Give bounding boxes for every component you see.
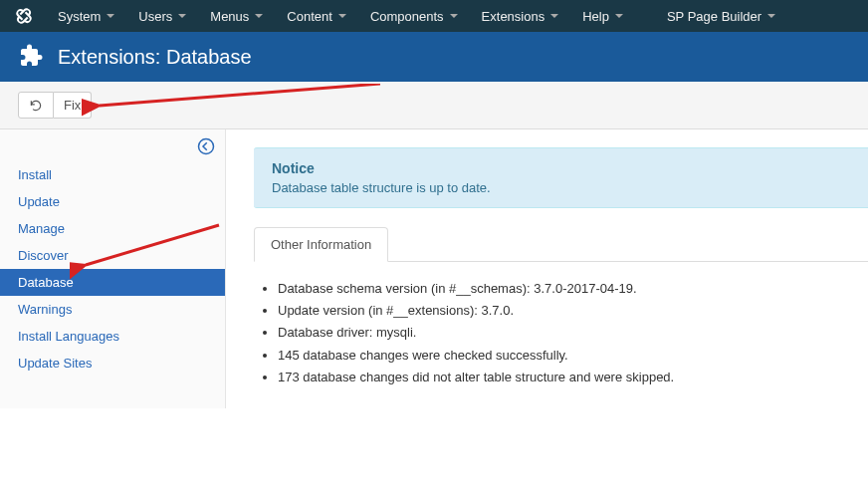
svg-line-1 xyxy=(100,84,380,106)
svg-point-2 xyxy=(199,139,214,154)
toolbar: Fix xyxy=(0,82,868,129)
sidebar-item-warnings[interactable]: Warnings xyxy=(0,296,225,323)
sidebar-item-install-languages[interactable]: Install Languages xyxy=(0,323,225,350)
sidebar: Install Update Manage Discover Database … xyxy=(0,129,226,408)
topmenu-components[interactable]: Components xyxy=(358,3,470,30)
sidebar-item-database[interactable]: Database xyxy=(0,269,225,296)
topmenu-content[interactable]: Content xyxy=(275,3,358,30)
sidebar-item-label: Database xyxy=(18,275,74,290)
sidebar-item-label: Manage xyxy=(18,221,65,236)
topmenu-system[interactable]: System xyxy=(46,3,126,30)
info-line: 145 database changes were checked succes… xyxy=(278,347,868,365)
topmenu-users[interactable]: Users xyxy=(126,3,198,30)
collapse-sidebar-button[interactable] xyxy=(197,137,215,158)
topmenu-label: Help xyxy=(582,9,609,24)
page-header: Extensions: Database xyxy=(0,32,868,82)
topmenu-label: Menus xyxy=(210,9,249,24)
topmenu-label: Content xyxy=(287,9,332,24)
puzzle-piece-icon xyxy=(20,44,44,71)
topmenu-label: Components xyxy=(370,9,444,24)
sidebar-item-label: Discover xyxy=(18,248,69,263)
chevron-down-icon xyxy=(178,14,186,18)
sidebar-item-install[interactable]: Install xyxy=(0,161,225,188)
chevron-down-icon xyxy=(338,14,346,18)
fix-button[interactable]: Fix xyxy=(54,92,92,119)
topmenu-help[interactable]: Help xyxy=(570,3,635,30)
sidebar-item-label: Install Languages xyxy=(18,329,119,344)
sidebar-item-manage[interactable]: Manage xyxy=(0,215,225,242)
sidebar-item-label: Update Sites xyxy=(18,356,92,371)
chevron-down-icon xyxy=(615,14,623,18)
refresh-icon xyxy=(29,99,43,113)
notice-title: Notice xyxy=(272,160,850,176)
top-menu-bar: System Users Menus Content Components Ex… xyxy=(0,0,868,32)
sidebar-item-label: Install xyxy=(18,167,52,182)
topmenu-label: System xyxy=(58,9,101,24)
topmenu-label: SP Page Builder xyxy=(667,9,761,24)
main-panel: Notice Database table structure is up to… xyxy=(226,129,868,408)
notice-text: Database table structure is up to date. xyxy=(272,180,850,195)
fix-icon-button[interactable] xyxy=(18,92,54,119)
notice-box: Notice Database table structure is up to… xyxy=(254,147,868,208)
topmenu-label: Extensions xyxy=(482,9,545,24)
topmenu-extensions[interactable]: Extensions xyxy=(470,3,571,30)
info-line: Update version (in #__extensions): 3.7.0… xyxy=(278,302,868,320)
topmenu-label: Users xyxy=(138,9,172,24)
tab-strip: Other Information xyxy=(254,226,868,262)
joomla-logo-icon[interactable] xyxy=(10,2,38,30)
sidebar-item-label: Update xyxy=(18,194,60,209)
tab-other-information[interactable]: Other Information xyxy=(254,227,388,262)
info-line: 173 database changes did not alter table… xyxy=(278,369,868,386)
chevron-down-icon xyxy=(767,14,775,18)
other-info-list: Database schema version (in #__schemas):… xyxy=(254,280,868,386)
page-title: Extensions: Database xyxy=(58,46,252,69)
sidebar-item-label: Warnings xyxy=(18,302,72,317)
annotation-arrow-icon xyxy=(82,84,380,124)
sidebar-item-discover[interactable]: Discover xyxy=(0,242,225,269)
topmenu-menus[interactable]: Menus xyxy=(198,3,275,30)
chevron-down-icon xyxy=(550,14,558,18)
chevron-down-icon xyxy=(107,14,114,18)
sidebar-item-update[interactable]: Update xyxy=(0,188,225,215)
sidebar-item-update-sites[interactable]: Update Sites xyxy=(0,350,225,376)
info-line: Database driver: mysqli. xyxy=(278,324,868,342)
tab-label: Other Information xyxy=(271,237,371,252)
info-line: Database schema version (in #__schemas):… xyxy=(278,280,868,298)
chevron-down-icon xyxy=(255,14,263,18)
topmenu-sp-page-builder[interactable]: SP Page Builder xyxy=(655,3,787,30)
fix-label: Fix xyxy=(64,98,81,113)
arrow-left-circle-icon xyxy=(197,137,215,155)
sidebar-list: Install Update Manage Discover Database … xyxy=(0,161,225,376)
chevron-down-icon xyxy=(450,14,458,18)
